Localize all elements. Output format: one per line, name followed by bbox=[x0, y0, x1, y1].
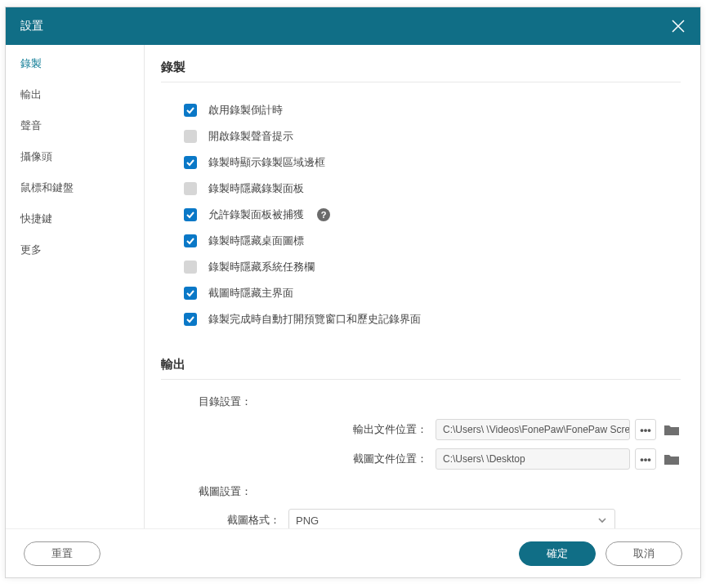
cancel-button[interactable]: 取消 bbox=[605, 541, 682, 566]
screenshot-path-label: 截圖文件位置： bbox=[199, 452, 436, 466]
footer: 重置 確定 取消 bbox=[6, 528, 700, 577]
check-label: 截圖時隱藏主界面 bbox=[208, 286, 293, 301]
check-icon bbox=[185, 314, 195, 324]
screenshot-path-row: 截圖文件位置： C:\Users\ \Desktop ••• bbox=[161, 448, 681, 470]
ok-button-label: 確定 bbox=[547, 546, 568, 561]
help-icon[interactable]: ? bbox=[317, 208, 330, 221]
folder-icon bbox=[664, 453, 679, 465]
check-row: 開啟錄製聲音提示 bbox=[184, 123, 681, 149]
screenshot-format-label: 截圖格式： bbox=[199, 513, 288, 528]
ok-button[interactable]: 確定 bbox=[519, 541, 596, 566]
output-path-open-folder-button[interactable] bbox=[663, 421, 681, 438]
dir-settings-heading: 目錄設置： bbox=[199, 394, 681, 409]
sidebar-item-label: 快捷鍵 bbox=[20, 212, 52, 226]
sidebar-item-audio[interactable]: 聲音 bbox=[6, 110, 144, 141]
content-pane: 錄製 啟用錄製倒計時開啟錄製聲音提示錄製時顯示錄製區域邊框錄製時隱藏錄製面板允許… bbox=[145, 45, 700, 528]
window-title: 設置 bbox=[20, 19, 43, 33]
check-row: 錄製完成時自動打開預覽窗口和歷史記錄界面 bbox=[184, 306, 681, 332]
checkbox[interactable] bbox=[184, 261, 197, 274]
sidebar: 錄製 輸出 聲音 攝像頭 鼠標和鍵盤 快捷鍵 更多 bbox=[6, 45, 145, 528]
check-label: 錄製完成時自動打開預覽窗口和歷史記錄界面 bbox=[208, 312, 421, 327]
check-label: 錄製時隱藏錄製面板 bbox=[208, 181, 304, 196]
check-row: 錄製時顯示錄製區域邊框 bbox=[184, 149, 681, 176]
reset-button[interactable]: 重置 bbox=[24, 541, 101, 566]
output-path-browse-button[interactable]: ••• bbox=[635, 419, 656, 440]
screenshot-path-open-folder-button[interactable] bbox=[663, 451, 681, 467]
reset-button-label: 重置 bbox=[51, 546, 73, 561]
check-label: 錄製時隱藏桌面圖標 bbox=[208, 234, 304, 248]
sidebar-item-recording[interactable]: 錄製 bbox=[6, 48, 144, 79]
titlebar: 設置 bbox=[6, 7, 700, 45]
section-title-output: 輸出 bbox=[161, 357, 681, 380]
sidebar-item-label: 鼠標和鍵盤 bbox=[20, 180, 74, 195]
section-title-recording: 錄製 bbox=[161, 60, 681, 82]
check-icon bbox=[185, 210, 195, 220]
sidebar-item-hotkeys[interactable]: 快捷鍵 bbox=[6, 203, 144, 234]
screenshot-settings-heading: 截圖設置： bbox=[199, 484, 681, 499]
checkbox[interactable] bbox=[184, 313, 197, 326]
sidebar-item-label: 輸出 bbox=[20, 87, 42, 102]
screenshot-format-value: PNG bbox=[296, 514, 319, 527]
checkbox[interactable] bbox=[184, 130, 197, 143]
settings-window: 設置 錄製 輸出 聲音 攝像頭 鼠標和鍵盤 快捷鍵 更多 錄製 啟用錄製倒計時開… bbox=[5, 7, 701, 578]
check-icon bbox=[185, 288, 195, 298]
output-path-input[interactable]: C:\Users\ \Videos\FonePaw\FonePaw Screen… bbox=[436, 419, 630, 440]
checkbox[interactable] bbox=[184, 234, 197, 247]
sidebar-item-more[interactable]: 更多 bbox=[6, 234, 144, 265]
checkbox[interactable] bbox=[184, 182, 197, 195]
check-label: 啟用錄製倒計時 bbox=[208, 103, 283, 118]
sidebar-item-label: 更多 bbox=[20, 243, 42, 257]
check-row: 允許錄製面板被捕獲? bbox=[184, 202, 681, 228]
screenshot-format-row: 截圖格式： PNG bbox=[161, 509, 681, 528]
check-label: 開啟錄製聲音提示 bbox=[208, 129, 293, 144]
body: 錄製 輸出 聲音 攝像頭 鼠標和鍵盤 快捷鍵 更多 錄製 啟用錄製倒計時開啟錄製… bbox=[6, 45, 700, 528]
recording-options: 啟用錄製倒計時開啟錄製聲音提示錄製時顯示錄製區域邊框錄製時隱藏錄製面板允許錄製面… bbox=[161, 97, 681, 332]
check-row: 錄製時隱藏桌面圖標 bbox=[184, 228, 681, 254]
output-path-row: 輸出文件位置： C:\Users\ \Videos\FonePaw\FonePa… bbox=[161, 419, 681, 440]
checkbox[interactable] bbox=[184, 156, 197, 169]
check-row: 啟用錄製倒計時 bbox=[184, 97, 681, 123]
sidebar-item-label: 攝像頭 bbox=[20, 149, 52, 164]
close-icon[interactable] bbox=[671, 19, 686, 33]
check-row: 截圖時隱藏主界面 bbox=[184, 280, 681, 306]
sidebar-item-mouse-keyboard[interactable]: 鼠標和鍵盤 bbox=[6, 172, 144, 203]
screenshot-path-browse-button[interactable]: ••• bbox=[635, 448, 656, 470]
sidebar-item-output[interactable]: 輸出 bbox=[6, 79, 144, 110]
check-row: 錄製時隱藏錄製面板 bbox=[184, 176, 681, 202]
check-icon bbox=[185, 236, 195, 246]
check-label: 允許錄製面板被捕獲 bbox=[208, 207, 304, 222]
sidebar-item-label: 錄製 bbox=[20, 56, 42, 71]
check-label: 錄製時隱藏系統任務欄 bbox=[208, 260, 315, 274]
output-path-label: 輸出文件位置： bbox=[199, 422, 436, 437]
checkbox[interactable] bbox=[184, 104, 197, 117]
checkbox[interactable] bbox=[184, 287, 197, 300]
check-label: 錄製時顯示錄製區域邊框 bbox=[208, 155, 325, 170]
cancel-button-label: 取消 bbox=[633, 546, 655, 561]
checkbox[interactable] bbox=[184, 208, 197, 221]
screenshot-path-input[interactable]: C:\Users\ \Desktop bbox=[436, 448, 630, 470]
check-row: 錄製時隱藏系統任務欄 bbox=[184, 254, 681, 280]
chevron-down-icon bbox=[597, 514, 608, 526]
check-icon bbox=[185, 105, 195, 115]
check-icon bbox=[185, 158, 195, 167]
folder-icon bbox=[664, 424, 679, 435]
screenshot-format-select[interactable]: PNG bbox=[288, 509, 615, 528]
sidebar-item-label: 聲音 bbox=[20, 118, 42, 133]
sidebar-item-camera[interactable]: 攝像頭 bbox=[6, 141, 144, 172]
